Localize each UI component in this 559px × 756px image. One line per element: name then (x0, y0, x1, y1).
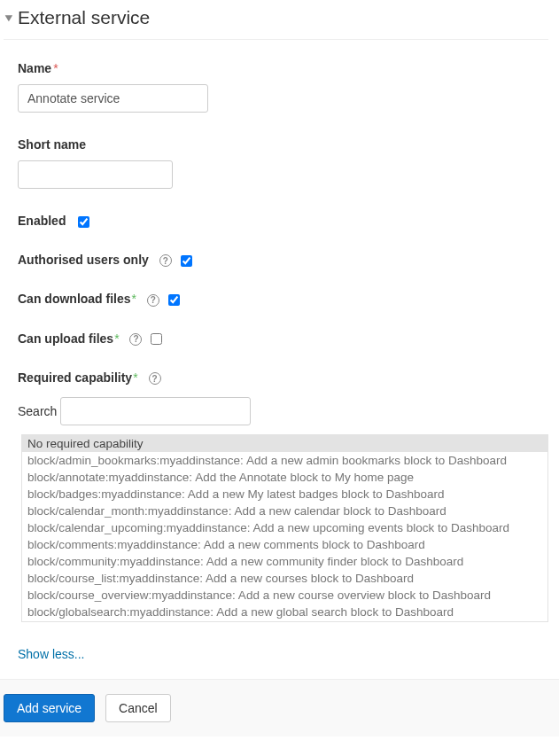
authorised-users-label: Authorised users only (18, 253, 149, 267)
help-icon[interactable]: ? (129, 333, 142, 346)
required-asterisk-icon: * (114, 331, 119, 346)
help-icon[interactable]: ? (159, 254, 172, 267)
page-title: External service (18, 7, 150, 28)
capability-search-row: Search (18, 397, 548, 425)
field-upload-files: Can upload files* ? (18, 331, 548, 346)
help-icon[interactable]: ? (147, 294, 159, 307)
required-asterisk-icon: * (53, 61, 58, 75)
download-files-label: Can download files* (18, 292, 136, 306)
capability-option[interactable]: block/course_overview:myaddinstance: Add… (22, 587, 547, 604)
name-label: Name* (18, 61, 548, 75)
enabled-label: Enabled (18, 214, 66, 228)
enabled-checkbox[interactable] (78, 216, 89, 228)
add-service-button[interactable]: Add service (4, 694, 95, 722)
capability-option[interactable]: block/community:myaddinstance: Add a new… (22, 553, 547, 570)
shortname-input[interactable] (18, 160, 173, 189)
help-icon[interactable]: ? (149, 372, 161, 385)
capability-option[interactable]: No required capability (22, 435, 547, 452)
capability-option[interactable]: block/admin_bookmarks:myaddinstance: Add… (22, 452, 547, 469)
capability-option[interactable]: block/annotate:myaddinstance: Add the An… (22, 469, 547, 486)
capability-option[interactable]: block/comments:myaddinstance: Add a new … (22, 536, 547, 553)
external-service-form: Name* Short name Enabled Authorised user… (4, 61, 548, 679)
required-asterisk-icon: * (133, 370, 137, 385)
field-enabled: Enabled (18, 214, 548, 228)
field-authorised-users: Authorised users only ? (18, 253, 548, 267)
capability-option[interactable]: block/calendar_month:myaddinstance: Add … (22, 503, 547, 519)
form-actions: Add service Cancel (0, 679, 559, 737)
show-less-link[interactable]: Show less... (18, 647, 84, 661)
cancel-button[interactable]: Cancel (105, 694, 171, 722)
capability-option[interactable]: block/globalsearch:myaddinstance: Add a … (22, 604, 547, 620)
field-shortname: Short name (18, 137, 548, 189)
capability-search-label: Search (18, 404, 57, 418)
collapse-caret-icon[interactable]: ▼ (3, 12, 15, 24)
page-header: ▼ External service (4, 7, 548, 40)
upload-files-checkbox[interactable] (151, 333, 162, 345)
capability-option[interactable]: block/badges:myaddinstance: Add a new My… (22, 486, 547, 503)
authorised-users-checkbox[interactable] (181, 255, 192, 267)
name-input[interactable] (18, 84, 208, 113)
capability-option[interactable]: block/calendar_upcoming:myaddinstance: A… (22, 519, 547, 536)
required-asterisk-icon: * (132, 292, 136, 306)
capability-search-input[interactable] (60, 397, 251, 425)
shortname-label: Short name (18, 137, 548, 152)
upload-files-label: Can upload files* (18, 331, 120, 346)
required-capability-label: Required capability* (18, 370, 138, 385)
download-files-checkbox[interactable] (168, 294, 180, 306)
field-name: Name* (18, 61, 548, 113)
field-download-files: Can download files* ? (18, 292, 548, 306)
field-required-capability: Required capability* ? Search No require… (18, 370, 548, 622)
capability-option[interactable]: block/course_list:myaddinstance: Add a n… (22, 570, 547, 587)
capability-listbox[interactable]: No required capabilityblock/admin_bookma… (21, 434, 548, 622)
capability-option[interactable]: block/glossary_random:myaddinstance: Add… (22, 620, 547, 622)
